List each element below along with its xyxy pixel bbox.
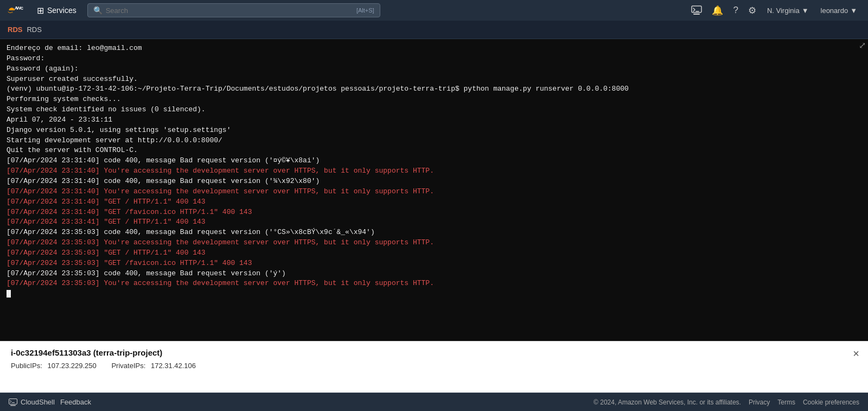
private-ips-value: 172.31.42.106 — [151, 362, 196, 370]
terms-link[interactable]: Terms — [777, 399, 795, 406]
services-label: Services — [47, 6, 76, 15]
public-ips-label: PublicIPs: — [11, 362, 42, 370]
help-icon-btn[interactable]: ? — [730, 3, 741, 18]
nav-right-controls: 🔔 ? ⚙ N. Virginia ▼ leonardo ▼ — [688, 3, 861, 18]
bell-icon: 🔔 — [712, 5, 723, 16]
privacy-link[interactable]: Privacy — [749, 399, 770, 406]
bottom-bar: CloudShell Feedback © 2024, Amazon Web S… — [0, 393, 868, 411]
svg-rect-2 — [9, 399, 17, 404]
svg-rect-3 — [10, 405, 16, 406]
service-name: RDS — [27, 26, 41, 34]
notifications-icon-btn[interactable]: 🔔 — [709, 3, 726, 18]
feedback-button[interactable]: Feedback — [60, 398, 91, 406]
user-label: leonardo — [821, 7, 848, 15]
cloudshell-icon-btn[interactable] — [688, 3, 705, 17]
search-shortcut: [Alt+S] — [356, 7, 374, 14]
terminal-wrapper: Endereço de email: leo@gmail.comPassword… — [0, 39, 868, 341]
copyright-text: © 2024, Amazon Web Services, Inc. or its… — [593, 399, 741, 406]
instance-details: PublicIPs: 107.23.229.250 PrivateIPs: 17… — [11, 362, 857, 370]
public-ips-value: 107.23.229.250 — [47, 362, 96, 370]
private-ips-label: PrivateIPs: — [111, 362, 145, 370]
svg-rect-1 — [693, 14, 700, 15]
bottom-bar-left: CloudShell Feedback — [9, 398, 91, 406]
gear-icon: ⚙ — [748, 5, 756, 16]
user-chevron: ▼ — [850, 7, 857, 15]
close-panel-button[interactable]: × — [853, 348, 859, 359]
cloudshell-label: CloudShell — [21, 398, 55, 406]
rds-icon: RDS — [8, 26, 22, 34]
services-menu-button[interactable]: ⊞ Services — [31, 3, 82, 18]
top-navigation: ⊞ Services 🔍 [Alt+S] 🔔 ? ⚙ N. Virginia — [0, 0, 868, 21]
region-chevron: ▼ — [802, 7, 809, 15]
search-input[interactable] — [106, 7, 353, 15]
aws-logo[interactable] — [7, 4, 26, 16]
cloudshell-button[interactable]: CloudShell — [9, 398, 55, 406]
terminal-output[interactable]: Endereço de email: leo@gmail.comPassword… — [0, 39, 868, 341]
help-icon: ? — [733, 5, 738, 16]
bottom-bar-right: © 2024, Amazon Web Services, Inc. or its… — [593, 399, 859, 406]
search-icon: 🔍 — [93, 6, 103, 15]
grid-icon: ⊞ — [37, 5, 44, 16]
instance-title: i-0c32194ef511303a3 (terra-trip-project) — [11, 348, 857, 357]
instance-info-panel: i-0c32194ef511303a3 (terra-trip-project)… — [0, 341, 868, 393]
settings-icon-btn[interactable]: ⚙ — [745, 3, 760, 18]
region-selector[interactable]: N. Virginia ▼ — [763, 4, 813, 17]
region-label: N. Virginia — [767, 7, 800, 15]
cookie-preferences-link[interactable]: Cookie preferences — [803, 399, 859, 406]
search-bar[interactable]: 🔍 [Alt+S] — [87, 3, 380, 17]
expand-icon[interactable]: ⤢ — [859, 40, 866, 50]
service-bar: RDS RDS — [0, 21, 868, 39]
user-menu[interactable]: leonardo ▼ — [816, 4, 861, 17]
